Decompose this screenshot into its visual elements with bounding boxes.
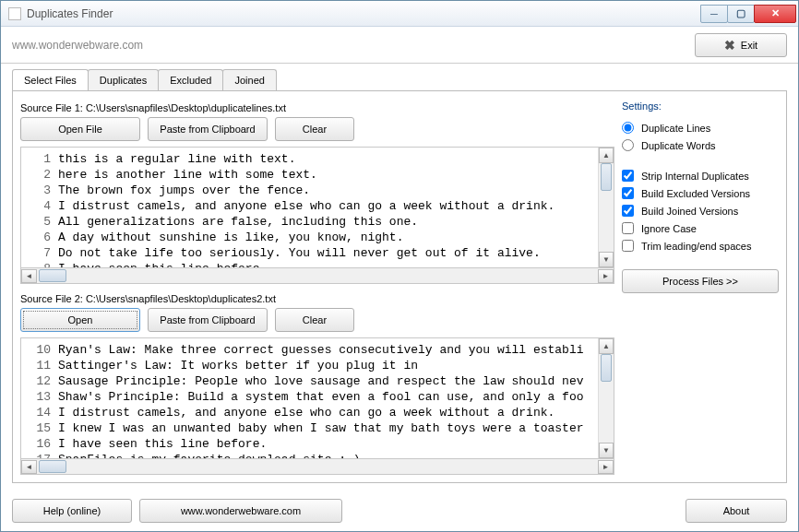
line-number: 2	[21, 167, 58, 183]
source2-vscrollbar[interactable]: ▲ ▼	[598, 338, 614, 458]
source1-hscrollbar[interactable]: ◄ ►	[20, 268, 614, 284]
editor-line: 2here is another line with some text.	[21, 167, 614, 183]
source2-hscrollbar[interactable]: ◄ ►	[20, 459, 614, 475]
source1-open-button[interactable]: Open File	[20, 117, 140, 141]
line-number: 6	[21, 230, 58, 245]
checkbox-strip-internal[interactable]: Strip Internal Duplicates	[622, 170, 779, 182]
process-files-button[interactable]: Process Files >>	[622, 269, 779, 293]
checkbox-build-excluded[interactable]: Build Excluded Versions	[622, 187, 779, 199]
footer-bar: Help (online) www.wonderwebware.com Abou…	[1, 491, 798, 531]
scroll-up-icon[interactable]: ▲	[599, 148, 614, 163]
editor-line: 3The brown fox jumps over the fence.	[21, 183, 614, 198]
line-text: The brown fox jumps over the fence.	[58, 183, 310, 198]
settings-panel: Settings: Duplicate Lines Duplicate Word…	[622, 99, 779, 475]
line-text: I have seen this line before.	[58, 436, 267, 452]
line-text: All generalizations are false, including…	[58, 214, 418, 230]
checkbox-trim-spaces[interactable]: Trim leading/end spaces	[622, 240, 779, 252]
line-number: 3	[21, 183, 58, 198]
line-text: I have seen this line before.	[58, 261, 267, 268]
editor-line: 7Do not take life too seriously. You wil…	[21, 245, 614, 261]
editor-line: 15I knew I was an unwanted baby when I s…	[21, 420, 614, 436]
editor-line: 4I distrust camels, and anyone else who …	[21, 198, 614, 214]
exit-button[interactable]: ✖ Exit	[695, 33, 787, 57]
main-panel: Source File 1: C:\Users\snapfiles\Deskto…	[20, 99, 614, 475]
scroll-right-icon[interactable]: ►	[598, 460, 614, 474]
exit-button-label: Exit	[741, 40, 757, 51]
tab-excluded[interactable]: Excluded	[158, 69, 223, 90]
line-number: 14	[21, 405, 58, 420]
scroll-thumb[interactable]	[601, 354, 612, 382]
line-text: this is a regular line with text.	[58, 151, 295, 167]
tab-bar: Select FilesDuplicatesExcludedJoined	[1, 69, 798, 90]
editor-line: 10Ryan's Law: Make three correct guesses…	[21, 342, 614, 358]
line-number: 5	[21, 214, 58, 230]
source1-paste-button[interactable]: Paste from Clipboard	[148, 117, 268, 141]
line-text: I knew I was an unwanted baby when I saw…	[58, 420, 584, 436]
source1-label: Source File 1: C:\Users\snapfiles\Deskto…	[20, 102, 614, 113]
editor-line: 11Sattinger's Law: It works better if yo…	[21, 358, 614, 373]
editor-line: 12Sausage Principle: People who love sau…	[21, 373, 614, 389]
source1-clear-button[interactable]: Clear	[275, 117, 354, 141]
line-number: 8	[21, 261, 58, 268]
source2-clear-button[interactable]: Clear	[275, 308, 354, 332]
scroll-left-icon[interactable]: ◄	[21, 269, 37, 283]
checkbox-build-joined[interactable]: Build Joined Versions	[622, 205, 779, 217]
source2-open-button[interactable]: Open	[20, 308, 140, 332]
scroll-down-icon[interactable]: ▼	[599, 443, 614, 458]
line-text: Ryan's Law: Make three correct guesses c…	[58, 342, 584, 358]
line-number: 17	[21, 452, 58, 459]
maximize-button[interactable]: ▢	[727, 5, 755, 23]
about-button[interactable]: About	[686, 499, 787, 523]
tab-joined[interactable]: Joined	[222, 69, 276, 90]
editor-line: 16I have seen this line before.	[21, 436, 614, 452]
line-number: 16	[21, 436, 58, 452]
editor-line: 1this is a regular line with text.	[21, 151, 614, 167]
exit-icon: ✖	[724, 38, 735, 53]
line-number: 10	[21, 342, 58, 358]
top-toolbar: www.wonderwebware.com ✖ Exit	[1, 27, 798, 64]
scroll-down-icon[interactable]: ▼	[599, 252, 614, 267]
radio-duplicate-words[interactable]: Duplicate Words	[622, 139, 779, 151]
tab-select-files[interactable]: Select Files	[12, 69, 89, 90]
title-bar: Duplicates Finder ─ ▢ ✕	[1, 1, 798, 27]
scroll-up-icon[interactable]: ▲	[599, 338, 614, 354]
editor-line: 13Shaw's Principle: Build a system that …	[21, 389, 614, 405]
radio-duplicate-lines[interactable]: Duplicate Lines	[622, 122, 779, 134]
content-area: Source File 1: C:\Users\snapfiles\Deskto…	[12, 90, 787, 483]
line-text: SnapFiles is my favorite download site :…	[58, 452, 361, 459]
line-number: 11	[21, 358, 58, 373]
vendor-url-button[interactable]: www.wonderwebware.com	[139, 499, 342, 523]
minimize-button[interactable]: ─	[700, 5, 728, 23]
source2-label: Source File 2: C:\Users\snapfiles\Deskto…	[20, 293, 614, 304]
editor-line: 17SnapFiles is my favorite download site…	[21, 452, 614, 459]
line-text: Shaw's Principle: Build a system that ev…	[58, 389, 584, 405]
source1-editor[interactable]: 1this is a regular line with text.2here …	[20, 147, 614, 268]
checkbox-ignore-case[interactable]: Ignore Case	[622, 222, 779, 234]
scroll-thumb[interactable]	[39, 269, 66, 282]
line-number: 1	[21, 151, 58, 167]
scroll-right-icon[interactable]: ►	[598, 269, 614, 283]
source1-vscrollbar[interactable]: ▲ ▼	[598, 148, 614, 267]
line-text: I distrust camels, and anyone else who c…	[58, 198, 555, 214]
close-button[interactable]: ✕	[754, 5, 796, 23]
line-text: Sattinger's Law: It works better if you …	[58, 358, 418, 373]
tab-duplicates[interactable]: Duplicates	[88, 69, 159, 90]
source2-paste-button[interactable]: Paste from Clipboard	[148, 308, 268, 332]
settings-heading: Settings:	[622, 100, 779, 112]
line-number: 12	[21, 373, 58, 389]
line-number: 13	[21, 389, 58, 405]
editor-line: 5All generalizations are false, includin…	[21, 214, 614, 230]
source2-button-row: Open Paste from Clipboard Clear	[20, 308, 614, 332]
scroll-thumb[interactable]	[601, 163, 612, 191]
source2-editor[interactable]: 10Ryan's Law: Make three correct guesses…	[20, 337, 614, 459]
editor-line: 14I distrust camels, and anyone else who…	[21, 405, 614, 420]
scroll-left-icon[interactable]: ◄	[21, 460, 37, 474]
vendor-url-label: www.wonderwebware.com	[12, 39, 143, 52]
line-text: A day without sunshine is like, you know…	[58, 230, 403, 245]
editor-line: 8I have seen this line before.	[21, 261, 614, 268]
line-text: here is another line with some text.	[58, 167, 317, 183]
scroll-thumb[interactable]	[39, 460, 66, 473]
help-button[interactable]: Help (online)	[12, 499, 132, 523]
source1-button-row: Open File Paste from Clipboard Clear	[20, 117, 614, 141]
line-text: Sausage Principle: People who love sausa…	[58, 373, 584, 389]
